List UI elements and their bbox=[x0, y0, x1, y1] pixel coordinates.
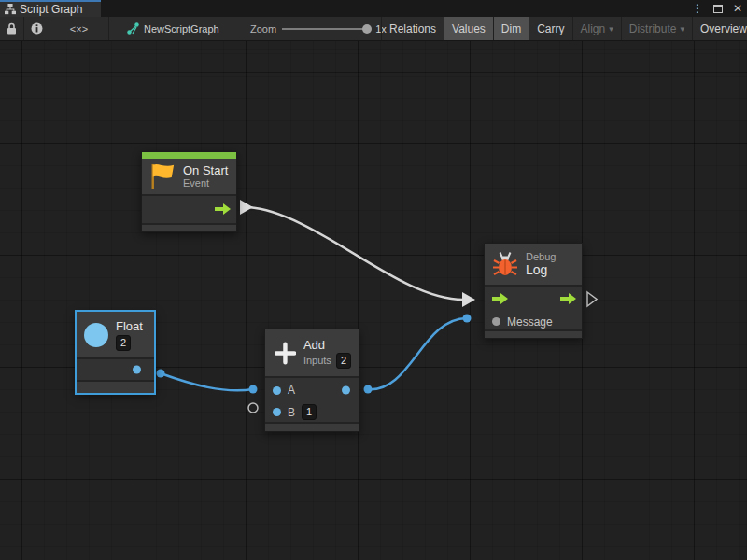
plus-icon bbox=[275, 342, 296, 365]
node-title: Float bbox=[116, 319, 143, 333]
toolbar-buttons: Relations Values Dim Carry Align ▾ Distr… bbox=[381, 17, 747, 40]
tab-bar: Script Graph ⋮ ✕ bbox=[0, 0, 747, 17]
node-ports bbox=[77, 357, 154, 380]
toolbar: <×> NewScriptGraph Zoom 1x Relations Val… bbox=[0, 17, 747, 41]
lock-icon bbox=[7, 22, 17, 35]
message-input-port[interactable] bbox=[492, 317, 500, 326]
chevron-down-icon: ▾ bbox=[609, 24, 613, 34]
wire-onstart-to-log bbox=[248, 207, 463, 300]
node-header[interactable]: Debug Log bbox=[485, 244, 582, 285]
zoom-label: Zoom bbox=[250, 23, 276, 35]
relations-button[interactable]: Relations bbox=[381, 17, 444, 40]
flow-input-port[interactable] bbox=[492, 291, 508, 308]
distribute-dropdown[interactable]: Distribute ▾ bbox=[621, 17, 692, 40]
node-debug-log[interactable]: Debug Log bbox=[484, 243, 583, 339]
wire-endpoint-dot bbox=[463, 315, 472, 323]
node-footer bbox=[77, 380, 154, 393]
inspect-button[interactable] bbox=[24, 17, 49, 40]
message-port-row: Message bbox=[485, 312, 582, 331]
zoom-slider-handle[interactable] bbox=[362, 24, 372, 34]
node-add[interactable]: Add Inputs 2 A B 1 bbox=[264, 329, 359, 432]
close-icon[interactable]: ✕ bbox=[733, 0, 742, 17]
node-ports: Message bbox=[485, 285, 582, 329]
zoom-slider[interactable] bbox=[282, 28, 368, 30]
wire-float-to-add bbox=[161, 373, 253, 390]
flag-icon bbox=[149, 162, 176, 190]
node-ports bbox=[142, 194, 236, 223]
node-footer bbox=[265, 422, 359, 431]
port-b-label: B bbox=[288, 406, 295, 419]
wire-start-arrowhead bbox=[240, 200, 253, 215]
wire-endpoint-dot bbox=[157, 370, 165, 378]
green-arrow-icon bbox=[215, 203, 231, 215]
node-header[interactable]: Add Inputs 2 bbox=[265, 329, 359, 376]
event-color-bar bbox=[142, 152, 236, 159]
node-subtitle: Event bbox=[183, 177, 228, 189]
wire-add-to-message bbox=[368, 318, 467, 389]
inputs-count-field[interactable]: 2 bbox=[336, 353, 351, 369]
node-title: Log bbox=[526, 263, 556, 277]
graph-canvas[interactable]: On Start Event Float 2 bbox=[0, 41, 747, 560]
node-float[interactable]: Float 2 bbox=[76, 311, 155, 394]
port-row-b: B 1 bbox=[265, 401, 359, 423]
port-row-a: A bbox=[265, 379, 359, 401]
code-icon: <×> bbox=[70, 23, 88, 35]
input-port-b[interactable] bbox=[273, 408, 281, 416]
wire-end-arrowhead bbox=[462, 292, 475, 307]
port-a-label: A bbox=[288, 384, 295, 397]
tab-script-graph[interactable]: Script Graph bbox=[0, 0, 101, 17]
carry-button[interactable]: Carry bbox=[529, 17, 571, 40]
unconnected-flow-triangle bbox=[587, 292, 597, 306]
lock-button[interactable] bbox=[0, 17, 24, 40]
align-label: Align bbox=[581, 22, 606, 35]
value-output-port[interactable] bbox=[342, 386, 350, 395]
code-preview-button[interactable]: <×> bbox=[49, 17, 109, 40]
script-graph-asset-icon bbox=[127, 22, 139, 35]
flow-port-row bbox=[485, 287, 582, 312]
value-output-port[interactable] bbox=[133, 366, 141, 374]
node-on-start[interactable]: On Start Event bbox=[141, 151, 237, 232]
flow-output-port[interactable] bbox=[560, 291, 576, 308]
node-title: Add bbox=[303, 338, 351, 352]
align-dropdown[interactable]: Align ▾ bbox=[572, 17, 621, 40]
info-icon bbox=[31, 22, 43, 35]
wire-layer bbox=[0, 41, 747, 560]
flow-output-port[interactable] bbox=[215, 202, 231, 218]
window-menu-icon[interactable]: ⋮ bbox=[692, 0, 703, 17]
graph-hierarchy-icon bbox=[5, 4, 16, 15]
wire-endpoint-dot bbox=[249, 385, 258, 394]
float-value-icon bbox=[84, 323, 108, 347]
green-arrow-icon bbox=[560, 293, 576, 304]
graph-name: NewScriptGraph bbox=[144, 23, 219, 35]
tab-title: Script Graph bbox=[20, 3, 82, 16]
values-button[interactable]: Values bbox=[444, 17, 493, 40]
node-header[interactable]: On Start Event bbox=[142, 159, 236, 194]
distribute-label: Distribute bbox=[629, 22, 677, 35]
node-ports: A B 1 bbox=[265, 376, 359, 422]
port-b-value-field[interactable]: 1 bbox=[302, 404, 317, 420]
chevron-down-icon: ▾ bbox=[680, 24, 684, 34]
unity-script-graph-window: Script Graph ⋮ ✕ <×> bbox=[0, 0, 747, 560]
unconnected-port-circle bbox=[248, 403, 258, 413]
bug-icon bbox=[492, 251, 518, 277]
zoom-control: Zoom 1x bbox=[250, 17, 387, 40]
message-label: Message bbox=[507, 315, 553, 329]
window-controls: ⋮ ✕ bbox=[692, 0, 742, 17]
node-footer bbox=[142, 223, 236, 231]
wire-endpoint-dot bbox=[364, 385, 373, 394]
overview-button[interactable]: Overview bbox=[692, 17, 747, 40]
graph-reference[interactable]: NewScriptGraph bbox=[127, 17, 219, 40]
node-header[interactable]: Float 2 bbox=[77, 312, 154, 357]
node-title: On Start bbox=[183, 163, 228, 177]
maximize-icon[interactable] bbox=[713, 5, 723, 13]
float-value-field[interactable]: 2 bbox=[116, 335, 131, 351]
dim-button[interactable]: Dim bbox=[493, 17, 529, 40]
inputs-label: Inputs bbox=[303, 355, 331, 367]
input-port-a[interactable] bbox=[273, 386, 281, 395]
green-arrow-icon bbox=[492, 293, 508, 304]
